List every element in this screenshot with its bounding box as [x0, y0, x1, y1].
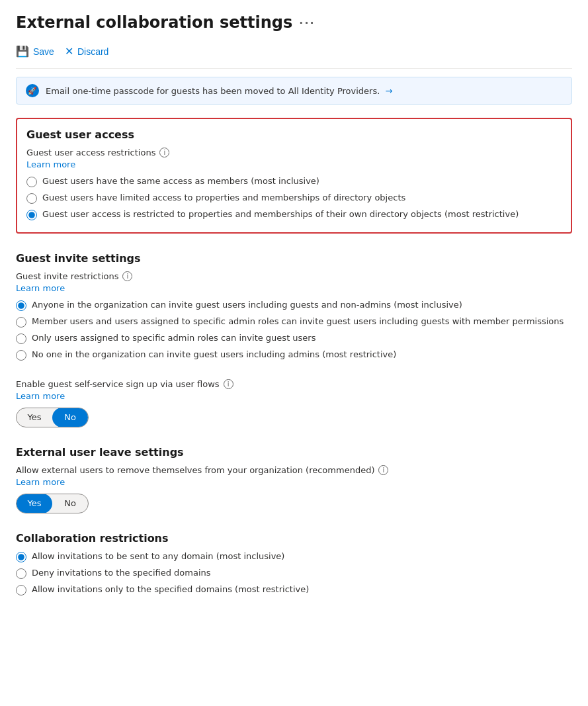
- external-user-leave-label: Allow external users to remove themselve…: [16, 465, 572, 475]
- save-button[interactable]: 💾 Save: [16, 42, 54, 60]
- collab-restriction-option-2[interactable]: Allow invitations only to the specified …: [16, 584, 572, 596]
- collab-restriction-radio-0[interactable]: [16, 552, 26, 562]
- external-user-leave-toggle[interactable]: Yes No: [16, 494, 89, 513]
- guest-user-access-option-1[interactable]: Guest users have limited access to prope…: [26, 193, 562, 204]
- guest-invite-radio-2[interactable]: [16, 333, 26, 344]
- guest-invite-settings-title: Guest invite settings: [16, 252, 572, 265]
- banner-text: Email one-time passcode for guests has b…: [46, 86, 392, 96]
- guest-selfservice-toggle[interactable]: Yes No: [16, 408, 89, 427]
- banner-link[interactable]: →: [385, 86, 392, 96]
- guest-user-access-options: Guest users have the same access as memb…: [26, 176, 562, 220]
- collaboration-restrictions-section: Collaboration restrictions Allow invitat…: [16, 532, 572, 596]
- guest-selfservice-learn-more[interactable]: Learn more: [16, 391, 65, 401]
- guest-invite-radio-1[interactable]: [16, 317, 26, 328]
- more-options-icon[interactable]: ···: [299, 17, 315, 29]
- collaboration-restrictions-options: Allow invitations to be sent to any doma…: [16, 551, 572, 596]
- guest-invite-restrictions-info-icon[interactable]: i: [122, 271, 132, 281]
- guest-user-access-learn-more[interactable]: Learn more: [26, 159, 75, 169]
- guest-user-access-option-2[interactable]: Guest user access is restricted to prope…: [26, 209, 562, 220]
- external-user-leave-info-icon[interactable]: i: [378, 465, 388, 475]
- collab-restriction-radio-2[interactable]: [16, 585, 26, 596]
- external-user-leave-section: External user leave settings Allow exter…: [16, 446, 572, 513]
- external-user-leave-toggle-no[interactable]: No: [52, 494, 88, 513]
- collab-restriction-option-0[interactable]: Allow invitations to be sent to any doma…: [16, 551, 572, 562]
- discard-icon: ✕: [65, 45, 73, 58]
- external-user-leave-title: External user leave settings: [16, 446, 572, 459]
- collab-restriction-option-1[interactable]: Deny invitations to the specified domain…: [16, 568, 572, 579]
- page-title: External collaboration settings: [16, 13, 292, 32]
- external-user-leave-toggle-yes[interactable]: Yes: [17, 494, 52, 513]
- page-title-container: External collaboration settings ···: [16, 13, 572, 32]
- guest-invite-option-2[interactable]: Only users assigned to specific admin ro…: [16, 333, 572, 344]
- guest-user-access-label: Guest user access restrictions i: [26, 148, 562, 157]
- guest-user-access-radio-0[interactable]: [26, 177, 37, 187]
- guest-user-access-radio-2[interactable]: [26, 210, 37, 220]
- save-icon: 💾: [16, 45, 29, 58]
- guest-invite-option-0[interactable]: Anyone in the organization can invite gu…: [16, 300, 572, 311]
- discard-button[interactable]: ✕ Discard: [65, 42, 108, 60]
- banner-icon: 🚀: [26, 84, 39, 97]
- guest-selfservice-toggle-yes[interactable]: Yes: [17, 408, 52, 427]
- collab-restriction-radio-1[interactable]: [16, 568, 26, 579]
- guest-invite-options: Anyone in the organization can invite gu…: [16, 300, 572, 361]
- guest-invite-option-3[interactable]: No one in the organization can invite gu…: [16, 349, 572, 361]
- guest-user-access-info-icon[interactable]: i: [159, 148, 169, 157]
- guest-selfservice-toggle-no[interactable]: No: [52, 408, 88, 427]
- guest-selfservice-section: Enable guest self-service sign up via us…: [16, 379, 572, 427]
- guest-selfservice-info-icon[interactable]: i: [224, 379, 233, 389]
- guest-invite-restrictions-label: Guest invite restrictions i: [16, 271, 572, 281]
- toolbar: 💾 Save ✕ Discard: [16, 42, 572, 69]
- guest-user-access-section: Guest user access Guest user access rest…: [16, 118, 572, 234]
- guest-invite-option-1[interactable]: Member users and users assigned to speci…: [16, 316, 572, 328]
- guest-user-access-radio-1[interactable]: [26, 193, 37, 204]
- guest-invite-learn-more[interactable]: Learn more: [16, 283, 65, 293]
- info-banner: 🚀 Email one-time passcode for guests has…: [16, 77, 572, 105]
- guest-user-access-title: Guest user access: [26, 128, 562, 141]
- guest-user-access-option-0[interactable]: Guest users have the same access as memb…: [26, 176, 562, 187]
- guest-invite-settings-section: Guest invite settings Guest invite restr…: [16, 252, 572, 361]
- guest-selfservice-label: Enable guest self-service sign up via us…: [16, 379, 572, 389]
- guest-invite-radio-0[interactable]: [16, 300, 26, 311]
- guest-invite-radio-3[interactable]: [16, 350, 26, 361]
- external-user-leave-learn-more[interactable]: Learn more: [16, 477, 65, 487]
- collaboration-restrictions-title: Collaboration restrictions: [16, 532, 572, 545]
